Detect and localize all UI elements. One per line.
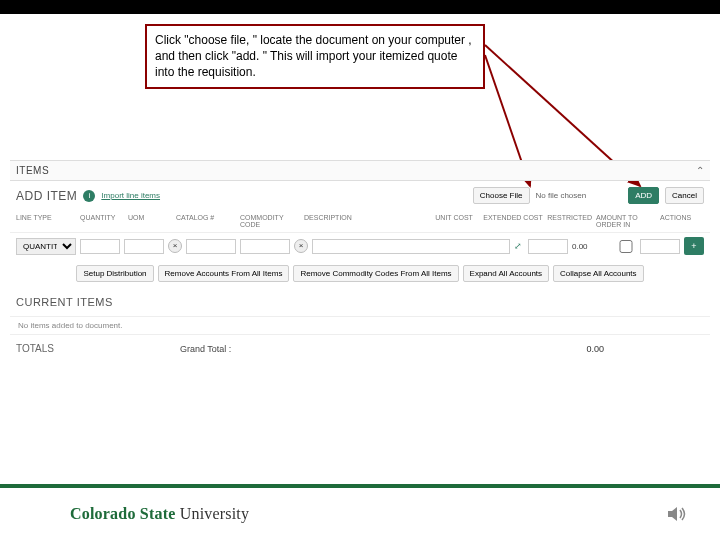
instruction-callout: Click "choose file, " locate the documen… [145, 24, 485, 89]
col-amount: AMOUNT TO ORDER IN [596, 214, 656, 228]
current-items-header: CURRENT ITEMS [10, 288, 710, 316]
expand-icon[interactable]: ⤢ [514, 241, 524, 251]
description-input[interactable] [312, 239, 510, 254]
bulk-actions-row: Setup Distribution Remove Accounts From … [10, 259, 710, 288]
cancel-button[interactable]: Cancel [665, 187, 704, 204]
no-file-chosen: No file chosen [536, 191, 587, 200]
uom-clear-icon[interactable]: × [168, 239, 182, 253]
callout-text: Click "choose file, " locate the documen… [155, 33, 472, 79]
collapse-accounts-button[interactable]: Collapse All Accounts [553, 265, 644, 282]
unitcost-input[interactable] [528, 239, 568, 254]
slide-footer: Colorado State University [0, 484, 720, 540]
info-icon[interactable]: i [83, 190, 95, 202]
remove-accounts-button[interactable]: Remove Accounts From All Items [158, 265, 290, 282]
logo-part-1: Colorado [70, 505, 136, 522]
quantity-input[interactable] [80, 239, 120, 254]
uom-input[interactable] [124, 239, 164, 254]
totals-label: TOTALS [16, 343, 54, 354]
item-input-row: QUANTITY × × ⤢ 0.00 + [10, 233, 710, 259]
col-restricted: RESTRICTED [547, 214, 592, 228]
remove-commodity-button[interactable]: Remove Commodity Codes From All Items [293, 265, 458, 282]
column-headers: LINE TYPE QUANTITY UOM CATALOG # COMMODI… [10, 210, 710, 233]
line-type-select[interactable]: QUANTITY [16, 238, 76, 255]
extcost-value: 0.00 [572, 242, 612, 251]
import-line-items-link[interactable]: Import line items [101, 191, 160, 200]
col-uom: UOM [128, 214, 172, 228]
commodity-input[interactable] [240, 239, 290, 254]
grand-total-value: 0.00 [586, 344, 604, 354]
chevron-up-icon[interactable]: ⌃ [696, 165, 704, 176]
top-black-bar [0, 0, 720, 14]
choose-file-button[interactable]: Choose File [473, 187, 530, 204]
add-line-icon[interactable]: + [684, 237, 704, 255]
totals-row: TOTALS Grand Total : 0.00 [10, 335, 710, 362]
col-actions: ACTIONS [660, 214, 704, 228]
commodity-clear-icon[interactable]: × [294, 239, 308, 253]
logo-part-2: State [140, 505, 176, 522]
col-description: DESCRIPTION [304, 214, 431, 228]
col-linetype: LINE TYPE [16, 214, 76, 228]
no-items-message: No items added to document. [10, 316, 710, 335]
requisition-app: ITEMS ⌃ ADD ITEM i Import line items Cho… [10, 160, 710, 362]
items-title: ITEMS [16, 165, 49, 176]
items-section-header[interactable]: ITEMS ⌃ [10, 160, 710, 181]
col-unitcost: UNIT COST [435, 214, 479, 228]
col-quantity: QUANTITY [80, 214, 124, 228]
csu-logo: Colorado State University [70, 505, 249, 523]
speaker-icon [664, 501, 690, 527]
add-button[interactable]: ADD [628, 187, 659, 204]
amount-order-input[interactable] [640, 239, 680, 254]
setup-distribution-button[interactable]: Setup Distribution [76, 265, 153, 282]
col-catalog: CATALOG # [176, 214, 236, 228]
add-item-row: ADD ITEM i Import line items Choose File… [10, 181, 710, 210]
expand-accounts-button[interactable]: Expand All Accounts [463, 265, 550, 282]
logo-part-3: University [180, 505, 250, 522]
add-item-label: ADD ITEM [16, 189, 77, 203]
col-commodity: COMMODITY CODE [240, 214, 300, 228]
col-extcost: EXTENDED COST [483, 214, 543, 228]
grand-total-label: Grand Total : [180, 344, 231, 354]
restricted-checkbox[interactable] [616, 240, 636, 253]
catalog-input[interactable] [186, 239, 236, 254]
